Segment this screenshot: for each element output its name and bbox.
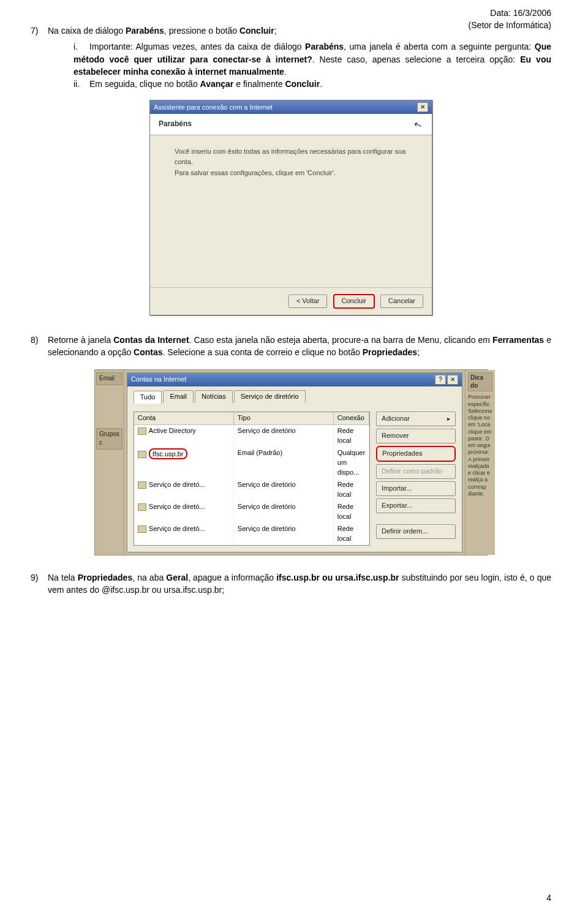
- back-button[interactable]: < Voltar: [288, 295, 328, 308]
- chevron-right-icon: ▸: [447, 415, 450, 424]
- step-7-i-num: i.: [74, 40, 89, 53]
- s7ii-b2: Concluir: [285, 79, 320, 89]
- s8-b2: Ferramentas: [492, 335, 544, 345]
- step-9-num: 9): [31, 571, 48, 584]
- close-icon[interactable]: ✕: [447, 375, 458, 385]
- remove-button[interactable]: Remover: [376, 429, 456, 443]
- cell: Serviço de diretório: [234, 523, 334, 545]
- s8-b4: Propriedades: [363, 347, 417, 357]
- s8-t2: . Caso esta janela não esteja aberta, pr…: [189, 335, 493, 345]
- step-7-ii: ii.Em seguida, clique no botão Avançar e…: [74, 78, 551, 90]
- close-icon[interactable]: ✕: [417, 102, 428, 112]
- wizard-header: Parabéns ↖: [150, 114, 432, 135]
- cell: Serviço de diretório: [234, 479, 334, 501]
- outlook-email-label[interactable]: Email: [96, 372, 123, 385]
- cell: Rede local: [334, 479, 369, 501]
- cell: Serviço de diretório: [234, 501, 334, 523]
- tip-body: Procuran específic Selecione clique no e…: [468, 394, 492, 497]
- step-7-ii-num: ii.: [74, 78, 89, 90]
- tip-pane: Dica do Procuran específic Selecione cli…: [465, 370, 495, 554]
- step-7-mid: , pressione o botão: [164, 26, 239, 36]
- wizard-titlebar: Assistente para conexão com a Internet ✕: [150, 100, 432, 114]
- header-date: Data: 16/3/2006: [469, 7, 551, 20]
- help-icon[interactable]: ?: [435, 375, 446, 385]
- tab-tudo[interactable]: Tudo: [134, 391, 162, 404]
- s9-b1: Propriedades: [78, 573, 132, 582]
- table-row[interactable]: Ifsc.usp.br Email (Padrão) Qualquer um d…: [134, 447, 369, 479]
- finish-button[interactable]: Concluir: [333, 294, 375, 309]
- table-row[interactable]: Serviço de diretó... Serviço de diretóri…: [134, 501, 369, 523]
- s7ii-t2: e finalmente: [233, 79, 285, 89]
- tab-noticias[interactable]: Notícias: [195, 390, 233, 403]
- wizard-title-text: Assistente para conexão com a Internet: [154, 103, 273, 113]
- body-text: 7)Na caixa de diálogo Parabéns, pression…: [31, 24, 551, 596]
- table-row[interactable]: Serviço de diretó... Serviço de diretóri…: [134, 479, 369, 501]
- table-row[interactable]: Active Directory Serviço de diretório Re…: [134, 425, 369, 447]
- tip-head: Dica do: [468, 372, 492, 391]
- add-label: Adicionar: [382, 414, 410, 424]
- cancel-button[interactable]: Cancelar: [380, 295, 423, 308]
- cell: Rede local: [334, 501, 369, 523]
- s7i-t4: .: [284, 67, 287, 77]
- s9-t1: Na tela: [48, 573, 78, 582]
- step-7-post: ;: [274, 26, 277, 36]
- s7ii-b1: Avançar: [200, 79, 234, 89]
- cell: Rede local: [334, 425, 369, 447]
- accounts-figure: Email Grupos c Contas na Internet ? ✕ Tu…: [94, 369, 488, 555]
- accounts-table: Conta Tipo Conexão Active Directory Serv…: [134, 412, 370, 545]
- wizard-footer: < Voltar Concluir Cancelar: [150, 287, 432, 315]
- import-button[interactable]: Importar...: [376, 481, 456, 496]
- tab-email[interactable]: Email: [163, 390, 194, 403]
- step-7-b1: Parabéns: [126, 26, 164, 36]
- s8-t4: . Selecione a sua conta de correio e cli…: [163, 347, 363, 357]
- directory-icon: [138, 503, 146, 511]
- properties-button[interactable]: Propriedades: [376, 446, 456, 462]
- default-button[interactable]: Definir como padrão: [376, 464, 456, 479]
- wizard-dialog: Assistente para conexão com a Internet ✕…: [149, 100, 432, 315]
- s7i-t3: . Neste caso, apenas selecione a terceir…: [312, 55, 520, 64]
- cell: Serviço de diretó...: [149, 503, 205, 510]
- cell-highlighted: Ifsc.usp.br: [149, 448, 187, 459]
- s9-b2: Geral: [166, 573, 188, 582]
- step-7-i: i.Importante: Algumas vezes, antes da ca…: [74, 40, 551, 78]
- add-button[interactable]: Adicionar▸: [376, 412, 456, 426]
- directory-icon: [138, 427, 146, 435]
- accounts-inner: Conta Tipo Conexão Active Directory Serv…: [127, 407, 462, 551]
- s7ii-t1: Em seguida, clique no botão: [89, 79, 200, 89]
- accounts-titlebar: Contas na Internet ? ✕: [127, 373, 462, 386]
- order-button[interactable]: Definir ordem...: [376, 524, 456, 539]
- s8-t1: Retorne à janela: [48, 335, 113, 345]
- outlook-bar: Email Grupos c: [95, 370, 124, 554]
- s7ii-t3: .: [320, 79, 322, 89]
- s8-b3: Contas: [134, 347, 162, 357]
- tab-servico[interactable]: Serviço de diretório: [234, 390, 306, 403]
- step-8: 8) Retorne à janela Contas da Internet. …: [31, 334, 551, 359]
- page: Data: 16/3/2006 (Setor de Informática) 7…: [0, 0, 588, 915]
- accounts-buttons: Adicionar▸ Remover Propriedades Definir …: [376, 412, 456, 545]
- accounts-title-text: Contas na Internet: [131, 375, 187, 385]
- cell: Serviço de diretório: [234, 425, 334, 447]
- cell: Serviço de diretó...: [149, 481, 205, 488]
- cell: Qualquer um dispo...: [334, 447, 369, 479]
- s7i-t2: , uma janela é aberta com a seguinte per…: [344, 42, 535, 51]
- outlook-grupos-label[interactable]: Grupos c: [96, 428, 123, 450]
- mail-icon: [138, 451, 146, 458]
- accounts-tabs: Tudo Email Notícias Serviço de diretório: [134, 390, 456, 403]
- col-conta[interactable]: Conta: [134, 412, 234, 425]
- col-tipo[interactable]: Tipo: [234, 412, 334, 425]
- step-7-num: 7): [31, 24, 48, 37]
- s9-t3: , apague a informação: [188, 573, 276, 582]
- cell: Rede local: [334, 523, 369, 545]
- accounts-head: Conta Tipo Conexão: [134, 412, 369, 425]
- wizard-body: Você inseriu com êxito todas as informaç…: [150, 135, 432, 287]
- wizard-line1: Você inseriu com êxito todas as informaç…: [175, 146, 407, 168]
- s8-t5: ;: [417, 347, 420, 357]
- cell: Email (Padrão): [234, 447, 334, 479]
- header-sector: (Setor de Informática): [469, 20, 551, 32]
- page-number: 4: [546, 893, 551, 903]
- header-right: Data: 16/3/2006 (Setor de Informática): [469, 7, 551, 31]
- wizard-head-text: Parabéns: [159, 119, 423, 129]
- col-conexao[interactable]: Conexão: [334, 412, 369, 425]
- export-button[interactable]: Exportar...: [376, 499, 456, 513]
- table-row[interactable]: Serviço de diretó... Serviço de diretóri…: [134, 523, 369, 545]
